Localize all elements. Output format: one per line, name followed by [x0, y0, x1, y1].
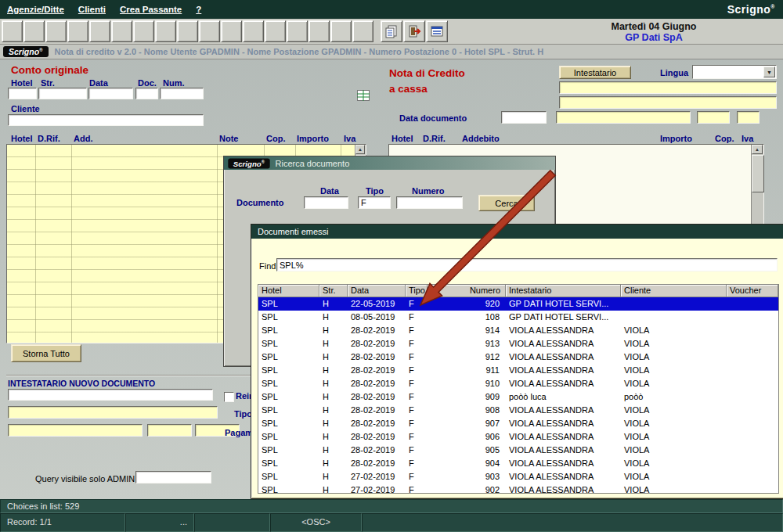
chevron-down-icon[interactable]: ▼	[763, 66, 775, 77]
storna-tutto-button[interactable]: Storna Tutto	[11, 344, 81, 362]
cell: F	[406, 457, 428, 470]
column-header-voucher[interactable]: Voucher	[727, 285, 778, 297]
toolbar-button-2[interactable]	[23, 20, 45, 42]
menu-agenzie-ditte[interactable]: Agenzie/Ditte	[0, 2, 71, 17]
column-header-cliente[interactable]: Cliente	[621, 285, 727, 297]
toolbar-button-8[interactable]	[155, 20, 176, 42]
intestatario-descr-field[interactable]	[8, 406, 218, 419]
toolbar-button-15[interactable]	[309, 20, 330, 42]
intestatario-button[interactable]: Intestatario	[559, 66, 631, 79]
hotel-field[interactable]	[8, 88, 37, 99]
toolbar-button-3[interactable]	[45, 20, 67, 42]
cell: poòò luca	[506, 390, 621, 404]
intestatario-indirizzo-field[interactable]	[559, 96, 777, 109]
column-header-data[interactable]: Data	[348, 285, 406, 297]
provincia-field[interactable]	[697, 111, 730, 124]
cap-field[interactable]	[147, 424, 192, 437]
toolbar-button-10[interactable]	[199, 20, 220, 42]
toolbar-button-14[interactable]	[287, 20, 308, 42]
document-row[interactable]: SPLH28-02-2019F912VIOLA ALESSANDRAVIOLA	[258, 350, 778, 364]
document-row[interactable]: SPLH28-02-2019F914VIOLA ALESSANDRAVIOLA	[258, 324, 778, 337]
document-row[interactable]: SPLH28-02-2019F905VIOLA ALESSANDRAVIOLA	[258, 444, 778, 457]
exit-icon[interactable]	[403, 20, 425, 42]
find-label: Find	[259, 261, 276, 271]
nc-col-iva: Iva	[742, 134, 753, 143]
toolbar-button-1[interactable]	[2, 20, 23, 42]
data-field[interactable]	[88, 88, 133, 99]
num-field[interactable]	[160, 88, 204, 99]
document-row[interactable]: SPLH28-02-2019F911VIOLA ALESSANDRAVIOLA	[258, 364, 778, 377]
menu-help[interactable]: ?	[189, 2, 208, 17]
window-titlebar[interactable]: Documenti emessi	[251, 225, 783, 239]
lingua-dropdown[interactable]: ▼	[692, 65, 777, 79]
query-admin-field[interactable]	[135, 471, 211, 483]
record-statusbar: Record: 1/1 ... <OSC>	[0, 513, 783, 532]
toolbar-button-16[interactable]	[330, 20, 352, 42]
cell: 905	[428, 444, 506, 457]
ricerca-tipo-label: Tipo	[366, 186, 384, 196]
find-input[interactable]	[276, 258, 778, 271]
cell: H	[319, 377, 348, 390]
cell: F	[406, 483, 428, 494]
data-documento-field[interactable]	[501, 111, 547, 124]
scroll-up-icon[interactable]: ▲	[752, 145, 763, 154]
document-row[interactable]: SPLH28-02-2019F913VIOLA ALESSANDRAVIOLA	[258, 337, 778, 350]
intestatario-nome-field[interactable]	[559, 81, 777, 94]
label-num: Num.	[163, 78, 185, 88]
document-row[interactable]: SPLH27-02-2019F902VIOLA ALESSANDRAVIOLA	[258, 483, 778, 494]
column-header-numero[interactable]: Numero	[428, 285, 506, 297]
exit-icon	[407, 24, 421, 38]
cell: VIOLA ALESSANDRA	[506, 350, 621, 364]
cell: VIOLA ALESSANDRA	[506, 417, 621, 430]
col-drif: D.Rif.	[38, 134, 60, 143]
document-row[interactable]: SPLH28-02-2019F909poòò lucapoòò	[258, 390, 778, 404]
cell: H	[319, 404, 348, 417]
document-row[interactable]: SPLH28-02-2019F908VIOLA ALESSANDRAVIOLA	[258, 404, 778, 417]
nazione-field[interactable]	[737, 111, 760, 124]
grid-lookup-icon[interactable]	[357, 90, 370, 102]
document-row[interactable]: SPLH08-05-2019F108GP DATI HOTEL SERVI...	[258, 311, 778, 324]
document-row[interactable]: SPLH27-02-2019F903VIOLA ALESSANDRAVIOLA	[258, 470, 778, 483]
dialog-titlebar[interactable]: Scrigno® Ricerca documento	[224, 156, 555, 170]
ricerca-data-field[interactable]	[304, 196, 348, 209]
localita-field[interactable]	[556, 111, 691, 124]
document-row[interactable]: SPLH28-02-2019F910VIOLA ALESSANDRAVIOLA	[258, 377, 778, 390]
doc-field[interactable]	[135, 88, 158, 99]
toolbar-button-11[interactable]	[221, 20, 242, 42]
ricerca-numero-field[interactable]	[396, 196, 463, 209]
toolbar-button-6[interactable]	[111, 20, 132, 42]
document-row[interactable]: SPLH28-02-2019F906VIOLA ALESSANDRAVIOLA	[258, 430, 778, 444]
column-header-str[interactable]: Str.	[319, 285, 348, 297]
scroll-thumb[interactable]	[752, 155, 764, 192]
label-cliente: Cliente	[11, 104, 40, 113]
cell: poòò	[621, 390, 727, 404]
toolbar-button-5[interactable]	[89, 20, 110, 42]
indirizzo-field[interactable]	[8, 424, 143, 437]
document-row[interactable]: SPLH28-02-2019F907VIOLA ALESSANDRAVIOLA	[258, 417, 778, 430]
toolbar-button-12[interactable]	[243, 20, 264, 42]
toolbar-button-4[interactable]	[67, 20, 88, 42]
document-row[interactable]: SPLH22-05-2019F920GP DATI HOTEL SERVI...	[258, 297, 778, 311]
cell: GP DATI HOTEL SERVI...	[506, 297, 621, 311]
rein-checkbox[interactable]	[224, 392, 234, 402]
ricerca-tipo-field[interactable]	[358, 196, 391, 209]
toolbar-button-7[interactable]	[133, 20, 154, 42]
window-list-icon[interactable]	[426, 20, 448, 42]
menu-crea-passante[interactable]: Crea Passante	[113, 2, 189, 17]
str-field[interactable]	[38, 88, 87, 99]
intestatario-nuovo-field[interactable]	[8, 389, 213, 401]
documents-icon[interactable]	[381, 20, 402, 42]
column-header-intestatario[interactable]: Intestatario	[506, 285, 621, 297]
form-title-strip: Scrigno® Nota di credito v 2.0 - Nome Ut…	[0, 45, 783, 59]
scroll-up-icon[interactable]: ▲	[355, 145, 365, 154]
toolbar-button-17[interactable]	[352, 20, 373, 42]
cell: F	[406, 311, 428, 324]
cerca-button[interactable]: Cerca	[478, 195, 535, 211]
toolbar-button-9[interactable]	[177, 20, 198, 42]
document-row[interactable]: SPLH28-02-2019F904VIOLA ALESSANDRAVIOLA	[258, 457, 778, 470]
cliente-field[interactable]	[8, 114, 204, 126]
column-header-tipo[interactable]: Tipo	[406, 285, 428, 297]
column-header-hotel[interactable]: Hotel	[258, 285, 319, 297]
menu-clienti[interactable]: Clienti	[71, 2, 113, 17]
toolbar-button-13[interactable]	[265, 20, 286, 42]
